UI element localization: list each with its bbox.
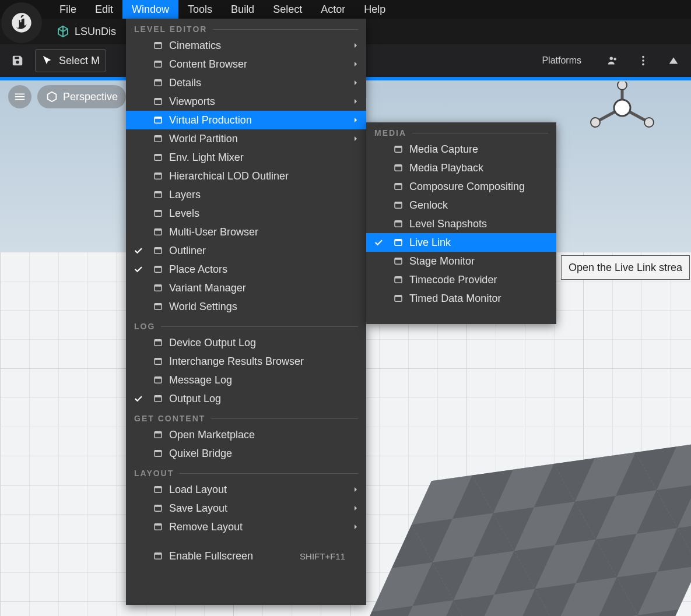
- project-tab[interactable]: LSUnDis: [50, 20, 122, 43]
- window-menu-item-enable-fullscreen[interactable]: Enable FullscreenSHIFT+F11: [126, 547, 366, 565]
- menu-help[interactable]: Help: [355, 0, 395, 19]
- window-menu-item-viewports[interactable]: Viewports: [126, 92, 366, 111]
- window-menu-item-cinematics[interactable]: Cinematics: [126, 36, 366, 55]
- menu-item-label: World Partition: [169, 133, 348, 145]
- window-menu-item-env-light-mixer[interactable]: Env. Light Mixer: [126, 148, 366, 167]
- svg-rect-19: [155, 61, 162, 63]
- menu-item-label: Quixel Bridge: [169, 448, 348, 460]
- media-submenu-item-timecode-provider[interactable]: Timecode Provider: [366, 270, 556, 289]
- users-button[interactable]: [600, 49, 626, 72]
- viewport-mode-selector[interactable]: Perspective: [37, 85, 126, 108]
- viewport-menu-button[interactable]: [8, 85, 31, 108]
- window-menu-item-load-layout[interactable]: Load Layout: [126, 480, 366, 499]
- menu-item-icon: [150, 263, 166, 275]
- menu-section-level-editor: LEVEL EDITOR: [126, 19, 366, 36]
- svg-rect-39: [155, 248, 162, 249]
- menu-item-icon: [391, 293, 406, 304]
- svg-rect-71: [395, 184, 402, 185]
- window-menu-item-outliner[interactable]: Outliner: [126, 241, 366, 260]
- menu-item-icon: [150, 374, 166, 386]
- window-menu-item-world-settings[interactable]: World Settings: [126, 297, 366, 316]
- window-menu-item-device-output-log[interactable]: Device Output Log: [126, 333, 366, 352]
- menu-file[interactable]: File: [50, 0, 86, 19]
- svg-rect-67: [395, 146, 402, 148]
- svg-point-5: [613, 58, 616, 61]
- menu-item-label: Outliner: [169, 245, 348, 257]
- menu-item-icon: [150, 429, 166, 441]
- media-submenu-item-timed-data-monitor[interactable]: Timed Data Monitor: [366, 289, 556, 308]
- menu-item-icon: [150, 152, 166, 163]
- svg-rect-79: [395, 258, 402, 260]
- menu-actor[interactable]: Actor: [311, 0, 355, 19]
- svg-point-13: [618, 82, 627, 90]
- menu-item-label: Genlock: [409, 199, 538, 212]
- menu-edit[interactable]: Edit: [86, 0, 122, 19]
- viewport-controls: Perspective: [8, 85, 126, 108]
- window-menu-item-variant-manager[interactable]: Variant Manager: [126, 279, 366, 297]
- menu-item-label: Multi-User Browser: [169, 226, 348, 238]
- window-menu-item-content-browser[interactable]: Content Browser: [126, 55, 366, 73]
- menu-select[interactable]: Select: [264, 0, 311, 19]
- unreal-logo[interactable]: [1, 2, 42, 43]
- select-mode-label: Select M: [59, 55, 100, 67]
- tooltip-text: Open the Live Link strea: [569, 262, 682, 274]
- platforms-dropdown[interactable]: Platforms: [528, 55, 595, 66]
- window-menu-item-save-layout[interactable]: Save Layout: [126, 499, 366, 518]
- media-submenu-item-media-capture[interactable]: Media Capture: [366, 140, 556, 159]
- orbit-gizmo[interactable]: [587, 82, 657, 134]
- menu-bar: FileEditWindowToolsBuildSelectActorHelp: [0, 0, 691, 19]
- menu-item-label: Remove Layout: [169, 521, 348, 533]
- media-submenu-item-live-link[interactable]: Live Link: [366, 233, 556, 252]
- window-menu-item-hierarchical-lod-outliner[interactable]: Hierarchical LOD Outliner: [126, 167, 366, 185]
- menu-item-label: Composure Compositing: [409, 181, 538, 193]
- svg-rect-61: [155, 505, 162, 507]
- window-menu-item-message-log[interactable]: Message Log: [126, 371, 366, 389]
- window-menu-item-remove-layout[interactable]: Remove Layout: [126, 518, 366, 536]
- svg-rect-83: [395, 295, 402, 297]
- media-submenu-item-genlock[interactable]: Genlock: [366, 196, 556, 214]
- svg-rect-47: [155, 340, 162, 342]
- menu-build[interactable]: Build: [222, 0, 264, 19]
- window-menu-item-world-partition[interactable]: World Partition: [126, 129, 366, 148]
- svg-rect-63: [155, 524, 162, 526]
- media-submenu-item-level-snapshots[interactable]: Level Snapshots: [366, 214, 556, 233]
- window-menu-item-multi-user-browser[interactable]: Multi-User Browser: [126, 223, 366, 241]
- menu-window[interactable]: Window: [122, 0, 178, 19]
- save-button[interactable]: [5, 49, 30, 72]
- svg-rect-55: [155, 432, 162, 434]
- media-submenu: MEDIAMedia CaptureMedia PlaybackComposur…: [366, 122, 556, 324]
- select-mode-button[interactable]: Select M: [35, 49, 106, 72]
- menu-item-label: Interchange Results Browser: [169, 355, 348, 368]
- svg-point-12: [614, 100, 630, 116]
- svg-rect-23: [155, 98, 162, 100]
- menu-item-icon: [150, 170, 166, 182]
- more-button[interactable]: [630, 49, 656, 72]
- svg-rect-77: [395, 240, 402, 241]
- menu-tools[interactable]: Tools: [178, 0, 222, 19]
- window-menu: LEVEL EDITORCinematicsContent BrowserDet…: [126, 19, 366, 605]
- media-submenu-item-composure-compositing[interactable]: Composure Compositing: [366, 177, 556, 196]
- svg-point-7: [642, 59, 644, 62]
- window-menu-item-open-marketplace[interactable]: Open Marketplace: [126, 425, 366, 444]
- window-menu-item-details[interactable]: Details: [126, 73, 366, 92]
- menu-item-label: Content Browser: [169, 58, 348, 71]
- menu-item-icon: [391, 255, 406, 267]
- svg-point-14: [591, 118, 600, 127]
- media-submenu-item-media-playback[interactable]: Media Playback: [366, 159, 556, 177]
- svg-rect-43: [155, 285, 162, 287]
- window-menu-item-levels[interactable]: Levels: [126, 204, 366, 223]
- menu-item-icon: [150, 355, 166, 367]
- window-menu-item-layers[interactable]: Layers: [126, 185, 366, 204]
- window-menu-item-output-log[interactable]: Output Log: [126, 389, 366, 408]
- menu-item-label: Viewports: [169, 96, 348, 108]
- window-menu-item-place-actors[interactable]: Place Actors: [126, 260, 366, 279]
- window-menu-item-virtual-production[interactable]: Virtual Production: [126, 111, 366, 129]
- menu-item-label: Device Output Log: [169, 337, 348, 349]
- window-menu-item-quixel-bridge[interactable]: Quixel Bridge: [126, 444, 366, 463]
- window-menu-item-interchange-results-browser[interactable]: Interchange Results Browser: [126, 352, 366, 371]
- svg-rect-45: [155, 304, 162, 305]
- menu-item-label: Layers: [169, 189, 348, 201]
- svg-rect-57: [155, 450, 162, 452]
- settings-button[interactable]: [661, 49, 686, 72]
- media-submenu-item-stage-monitor[interactable]: Stage Monitor: [366, 252, 556, 270]
